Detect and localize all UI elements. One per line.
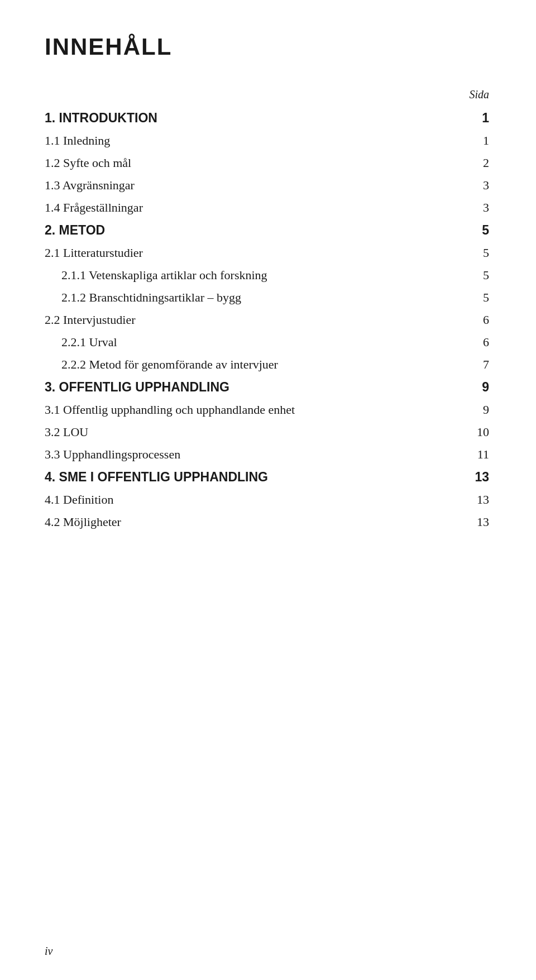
toc-entry: 2.2.1 Urval6: [45, 331, 491, 353]
toc-entry-text: 2.1.2 Branschtidningsartiklar – bygg: [45, 290, 241, 305]
toc-entry-page: 13: [475, 515, 491, 529]
toc-entry-page: 7: [475, 357, 491, 372]
toc-entry: 1.3 Avgränsningar3: [45, 174, 491, 197]
toc-entry-text: 1.3 Avgränsningar: [45, 178, 135, 193]
toc-entry-text: 4.2 Möjligheter: [45, 515, 121, 529]
toc-entry: 3. OFFENTLIG UPPHANDLING9: [45, 376, 491, 399]
toc-entry: 1. INTRODUKTION1: [45, 107, 491, 130]
toc-entry: 1.4 Frågeställningar3: [45, 197, 491, 219]
toc-entry-page: 13: [475, 470, 491, 485]
toc-entry-text: 3.2 LOU: [45, 425, 88, 439]
toc-entry-page: 11: [475, 447, 491, 462]
toc-entry: 2.1.1 Vetenskapliga artiklar och forskni…: [45, 264, 491, 286]
toc-entry-text: 2.2.1 Urval: [45, 335, 117, 350]
toc-entry-page: 2: [475, 156, 491, 170]
toc-entry-page: 5: [475, 268, 491, 283]
toc-entry: 4. SME I OFFENTLIG UPPHANDLING13: [45, 466, 491, 489]
sida-header: Sida: [45, 88, 491, 101]
toc-entry-page: 6: [475, 335, 491, 350]
toc-entry-page: 1: [475, 133, 491, 148]
toc-entry-text: 3.1 Offentlig upphandling och upphandlan…: [45, 403, 295, 417]
toc-entry-page: 6: [475, 313, 491, 327]
toc-entry-text: 3. OFFENTLIG UPPHANDLING: [45, 380, 229, 395]
toc-entry: 2.1.2 Branschtidningsartiklar – bygg5: [45, 286, 491, 309]
toc-entry-text: 2.2 Intervjustudier: [45, 313, 136, 327]
toc-entry: 3.3 Upphandlingsprocessen11: [45, 443, 491, 466]
sida-label: Sida: [469, 88, 491, 101]
page-title: INNEHÅLL: [45, 34, 491, 60]
toc-entry: 2.1 Litteraturstudier5: [45, 242, 491, 264]
toc-entry-text: 1.4 Frågeställningar: [45, 200, 143, 215]
toc-entry-page: 13: [475, 493, 491, 507]
toc-entry-page: 9: [475, 403, 491, 417]
toc-entry: 2.2.2 Metod för genomförande av intervju…: [45, 353, 491, 376]
toc-entry-text: 2.1 Litteraturstudier: [45, 246, 143, 260]
page-number: iv: [45, 945, 52, 958]
toc-entry: 1.1 Inledning1: [45, 130, 491, 152]
toc-entry-page: 3: [475, 200, 491, 215]
toc-entry-text: 2.1.1 Vetenskapliga artiklar och forskni…: [45, 268, 267, 283]
toc-entry-page: 5: [475, 223, 491, 238]
toc-entry-page: 9: [475, 380, 491, 395]
toc-entry: 4.2 Möjligheter13: [45, 511, 491, 533]
toc-entry-page: 5: [475, 290, 491, 305]
toc-entry-text: 1.1 Inledning: [45, 133, 110, 148]
toc-entry: 2.2 Intervjustudier6: [45, 309, 491, 331]
toc-entry-text: 1. INTRODUKTION: [45, 111, 157, 126]
toc-entry-text: 2.2.2 Metod för genomförande av intervju…: [45, 357, 278, 372]
toc-entry-page: 5: [475, 246, 491, 260]
toc-entry-text: 4.1 Definition: [45, 493, 113, 507]
toc-entry: 2. METOD5: [45, 219, 491, 242]
toc-entry: 1.2 Syfte och mål2: [45, 152, 491, 174]
toc-entry-page: 3: [475, 178, 491, 193]
toc-entry-text: 3.3 Upphandlingsprocessen: [45, 447, 180, 462]
toc-entry-text: 4. SME I OFFENTLIG UPPHANDLING: [45, 470, 268, 485]
toc-entry: 3.1 Offentlig upphandling och upphandlan…: [45, 399, 491, 421]
toc-container: 1. INTRODUKTION11.1 Inledning11.2 Syfte …: [45, 107, 491, 533]
toc-entry-text: 2. METOD: [45, 223, 105, 238]
toc-entry-page: 1: [475, 111, 491, 126]
toc-entry: 4.1 Definition13: [45, 489, 491, 511]
toc-entry-text: 1.2 Syfte och mål: [45, 156, 131, 170]
toc-entry: 3.2 LOU10: [45, 421, 491, 443]
toc-entry-page: 10: [475, 425, 491, 439]
